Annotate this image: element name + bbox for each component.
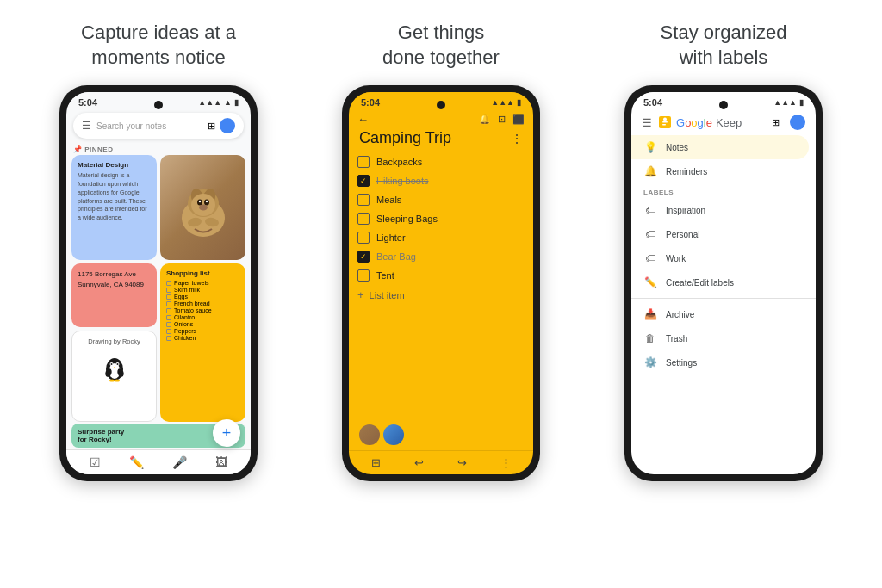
collaborator-avatar-2 (383, 424, 404, 445)
column-3-title: Stay organized with labels (661, 21, 787, 70)
undo-icon[interactable]: ↩ (414, 456, 424, 469)
menu-item-personal[interactable]: 🏷 Personal (631, 222, 816, 246)
label-icon-work: 🏷 (643, 252, 657, 264)
signal-icon: ▲▲▲ (198, 98, 221, 107)
pinned-label: 📌 PINNED (66, 144, 251, 155)
trip-item-meals[interactable]: Meals (357, 190, 525, 209)
menu-label-reminders: Reminders (666, 167, 707, 176)
trip-item-backpacks[interactable]: Backpacks (357, 152, 525, 171)
pen-nav-icon[interactable]: ✏️ (129, 455, 144, 469)
shopping-items: Paper towels Skim milk Eggs French bread… (166, 280, 239, 341)
menu-item-inspiration[interactable]: 🏷 Inspiration (631, 198, 816, 222)
fab-button-1[interactable]: + (213, 419, 240, 447)
phone-1: 5:04 ▲▲▲ ▲ ▮ ☰ Search your notes ⊞ (59, 85, 258, 481)
checkbox-lighter[interactable] (357, 232, 370, 244)
svg-rect-24 (662, 121, 668, 123)
mic-nav-icon[interactable]: 🎤 (172, 455, 187, 469)
time-2: 5:04 (361, 97, 380, 108)
item-label-hiking-boots: Hiking boots (376, 176, 429, 186)
menu-label-personal: Personal (666, 230, 699, 239)
bulb-icon: 💡 (643, 141, 657, 153)
search-bar[interactable]: ☰ Search your notes ⊞ (73, 113, 244, 139)
phone-2: 5:04 ▲▲▲ ▮ ← 🔔 ⊡ ⬛ Camping Trip (342, 85, 540, 481)
menu-item-reminders[interactable]: 🔔 Reminders (631, 159, 816, 183)
keep-label: Keep (716, 116, 742, 129)
column-2-title: Get things done together (382, 21, 500, 70)
user-avatar-3[interactable] (790, 115, 805, 130)
labels-section-label: LABELS (631, 183, 816, 198)
checklist-nav-icon[interactable]: ☑ (90, 455, 101, 469)
trip-item-tent[interactable]: Tent (357, 266, 525, 285)
hamburger-icon: ☰ (82, 120, 91, 132)
status-icons-2: ▲▲▲ ▮ (491, 98, 521, 107)
trip-item-hiking-boots[interactable]: ✓ Hiking boots (357, 171, 525, 190)
menu-item-archive[interactable]: 📥 Archive (631, 302, 816, 326)
checkbox-bear-bag[interactable]: ✓ (357, 251, 370, 263)
note-title-shopping: Shopping list (166, 269, 239, 277)
phone-1-screen: 5:04 ▲▲▲ ▲ ▮ ☰ Search your notes ⊞ (66, 92, 251, 474)
time-3: 5:04 (643, 97, 662, 108)
svg-point-21 (109, 379, 115, 381)
menu-item-notes[interactable]: 💡 Notes (631, 135, 809, 159)
pencil-icon: ✏️ (643, 276, 657, 288)
note-shopping[interactable]: Shopping list Paper towels Skim milk Egg… (160, 263, 245, 422)
menu-item-edit-labels[interactable]: ✏️ Create/Edit labels (631, 270, 816, 294)
back-icon[interactable]: ← (357, 113, 369, 126)
google-text: Google (676, 116, 712, 129)
note-body-material: Material design is a foundation upon whi… (78, 171, 151, 222)
trip-item-sleeping-bags[interactable]: Sleeping Bags (357, 209, 525, 228)
more-options-icon[interactable]: ⋮ (511, 132, 523, 145)
image-nav-icon[interactable]: 🖼 (215, 455, 227, 469)
search-placeholder: Search your notes (96, 121, 202, 131)
item-label-sleeping-bags: Sleeping Bags (376, 214, 438, 224)
sidebar-menu: 💡 Notes 🔔 Reminders LABELS 🏷 Inspiration (631, 135, 816, 474)
column-3: Stay organized with labels 5:04 ▲▲▲ ▮ ☰ (590, 21, 857, 481)
add-item-row[interactable]: + List item (357, 285, 525, 305)
penguin-drawing (102, 350, 127, 383)
menu-item-settings[interactable]: ⚙️ Settings (631, 350, 816, 374)
trash-icon: 🗑 (643, 332, 657, 344)
checkbox-sleeping-bags[interactable] (357, 213, 370, 225)
bottom-nav-1: ☑ ✏️ 🎤 🖼 (66, 449, 251, 474)
add-item-label: List item (370, 290, 405, 300)
note-drawing[interactable]: Drawing by Rocky (71, 331, 157, 422)
bell-icon[interactable]: 🔔 (479, 114, 491, 125)
google-keep-logo: Google Keep (657, 115, 742, 130)
camera-hole-3 (719, 101, 728, 109)
grid-view-icon[interactable]: ⊞ (772, 117, 780, 128)
svg-point-8 (205, 201, 207, 202)
battery-icon-2: ▮ (517, 98, 521, 107)
settings-icon: ⚙️ (643, 356, 657, 368)
hamburger-icon-3[interactable]: ☰ (642, 116, 652, 129)
status-icons-1: ▲▲▲ ▲ ▮ (198, 98, 239, 107)
battery-icon: ▮ (234, 98, 239, 107)
note-dog-photo[interactable] (160, 155, 245, 260)
trip-item-bear-bag[interactable]: ✓ Bear Bag (357, 247, 525, 266)
checkbox-meals[interactable] (357, 194, 370, 206)
trip-item-lighter[interactable]: Lighter (357, 228, 525, 247)
redo-icon[interactable]: ↪ (457, 456, 467, 469)
pin-icon: 📌 (73, 145, 83, 153)
trip-bottom-bar: ⊞ ↩ ↪ ⋮ (349, 450, 533, 474)
color-icon[interactable]: ⬛ (512, 114, 525, 125)
archive-icon-trip[interactable]: ⊡ (498, 114, 506, 125)
note-address[interactable]: 1175 Borregas Ave Sunnyvale, CA 94089 (71, 263, 157, 327)
menu-label-inspiration: Inspiration (666, 206, 705, 215)
main-container: Capture ideas at a moments notice 5:04 ▲… (0, 0, 882, 588)
more-icon[interactable]: ⋮ (500, 456, 512, 469)
archive-menu-icon: 📥 (643, 308, 657, 320)
checkbox-hiking-boots[interactable]: ✓ (357, 175, 370, 187)
grid-icon: ⊞ (208, 121, 215, 132)
label-icon-inspiration: 🏷 (643, 204, 657, 216)
checkbox-backpacks[interactable] (357, 156, 370, 168)
menu-item-trash[interactable]: 🗑 Trash (631, 326, 816, 350)
user-avatar[interactable] (220, 118, 235, 133)
note-title-material: Material Design (78, 161, 151, 169)
note-body-address: 1175 Borregas Ave Sunnyvale, CA 94089 (78, 269, 151, 288)
note-material-design[interactable]: Material Design Material design is a fou… (71, 155, 157, 260)
menu-item-work[interactable]: 🏷 Work (631, 246, 816, 270)
add-note-icon[interactable]: ⊞ (371, 456, 381, 469)
item-label-tent: Tent (376, 270, 394, 281)
menu-label-edit-labels: Create/Edit labels (666, 278, 734, 288)
checkbox-tent[interactable] (357, 269, 370, 282)
